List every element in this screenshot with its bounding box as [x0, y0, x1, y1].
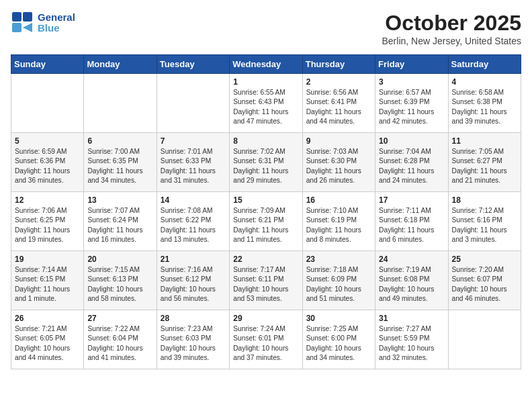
calendar-week-row: 5Sunrise: 6:59 AM Sunset: 6:36 PM Daylig… [11, 133, 521, 192]
cell-detail: Sunrise: 7:05 AM Sunset: 6:27 PM Dayligh… [452, 147, 517, 185]
day-number: 27 [87, 314, 152, 323]
cell-detail: Sunrise: 7:14 AM Sunset: 6:15 PM Dayligh… [15, 265, 80, 304]
calendar-cell: 6Sunrise: 7:00 AM Sunset: 6:35 PM Daylig… [84, 133, 157, 192]
cell-detail: Sunrise: 7:10 AM Sunset: 6:19 PM Dayligh… [306, 206, 371, 244]
cell-detail: Sunrise: 7:12 AM Sunset: 6:16 PM Dayligh… [452, 206, 517, 244]
calendar-cell [448, 310, 521, 369]
calendar-cell [157, 74, 229, 133]
day-number: 11 [452, 136, 517, 146]
cell-detail: Sunrise: 6:58 AM Sunset: 6:38 PM Dayligh… [452, 88, 517, 126]
day-number: 22 [233, 255, 298, 264]
calendar-cell: 26Sunrise: 7:21 AM Sunset: 6:05 PM Dayli… [11, 310, 84, 369]
calendar-cell: 24Sunrise: 7:19 AM Sunset: 6:08 PM Dayli… [375, 251, 448, 310]
cell-detail: Sunrise: 7:08 AM Sunset: 6:22 PM Dayligh… [161, 206, 226, 244]
svg-marker-3 [23, 23, 32, 32]
svg-rect-1 [23, 12, 32, 21]
calendar-subtitle: Berlin, New Jersey, United States [382, 36, 522, 46]
cell-detail: Sunrise: 7:06 AM Sunset: 6:25 PM Dayligh… [15, 206, 80, 244]
calendar-cell: 11Sunrise: 7:05 AM Sunset: 6:27 PM Dayli… [448, 133, 521, 192]
day-number: 4 [452, 77, 517, 87]
cell-detail: Sunrise: 7:24 AM Sunset: 6:01 PM Dayligh… [233, 324, 298, 363]
calendar-cell: 27Sunrise: 7:22 AM Sunset: 6:04 PM Dayli… [84, 310, 157, 369]
cell-detail: Sunrise: 7:15 AM Sunset: 6:13 PM Dayligh… [87, 265, 152, 304]
day-number: 28 [161, 314, 226, 323]
cell-detail: Sunrise: 7:09 AM Sunset: 6:21 PM Dayligh… [233, 206, 298, 244]
calendar-cell: 31Sunrise: 7:27 AM Sunset: 5:59 PM Dayli… [375, 310, 448, 369]
weekday-header-thursday: Thursday [302, 55, 375, 74]
day-number: 23 [306, 255, 371, 264]
cell-detail: Sunrise: 7:03 AM Sunset: 6:30 PM Dayligh… [306, 147, 371, 185]
cell-detail: Sunrise: 7:16 AM Sunset: 6:12 PM Dayligh… [161, 265, 226, 304]
day-number: 15 [233, 195, 298, 205]
day-number: 8 [233, 136, 298, 146]
day-number: 30 [306, 314, 371, 323]
day-number: 3 [379, 77, 444, 87]
cell-detail: Sunrise: 6:55 AM Sunset: 6:43 PM Dayligh… [233, 88, 298, 126]
day-number: 31 [379, 314, 444, 323]
day-number: 13 [87, 195, 152, 205]
day-number: 26 [15, 314, 80, 323]
day-number: 10 [379, 136, 444, 146]
day-number: 5 [15, 136, 80, 146]
day-number: 9 [306, 136, 371, 146]
calendar-week-row: 26Sunrise: 7:21 AM Sunset: 6:05 PM Dayli… [11, 310, 521, 369]
calendar-cell: 13Sunrise: 7:07 AM Sunset: 6:24 PM Dayli… [84, 192, 157, 251]
day-number: 25 [452, 255, 517, 264]
calendar-cell [11, 74, 84, 133]
calendar-cell: 16Sunrise: 7:10 AM Sunset: 6:19 PM Dayli… [302, 192, 375, 251]
calendar-title: October 2025 [382, 11, 522, 36]
calendar-week-row: 1Sunrise: 6:55 AM Sunset: 6:43 PM Daylig… [11, 74, 521, 133]
logo: General Blue [11, 11, 75, 35]
cell-detail: Sunrise: 7:25 AM Sunset: 6:00 PM Dayligh… [306, 324, 371, 363]
calendar-cell: 28Sunrise: 7:23 AM Sunset: 6:03 PM Dayli… [157, 310, 229, 369]
logo-line1: General [38, 12, 75, 24]
svg-rect-2 [12, 23, 21, 32]
cell-detail: Sunrise: 7:20 AM Sunset: 6:07 PM Dayligh… [452, 265, 517, 304]
calendar-cell: 7Sunrise: 7:01 AM Sunset: 6:33 PM Daylig… [157, 133, 229, 192]
calendar-table: SundayMondayTuesdayWednesdayThursdayFrid… [11, 54, 521, 369]
title-area: October 2025 Berlin, New Jersey, United … [382, 11, 522, 46]
calendar-cell: 2Sunrise: 6:56 AM Sunset: 6:41 PM Daylig… [302, 74, 375, 133]
calendar-cell: 5Sunrise: 6:59 AM Sunset: 6:36 PM Daylig… [11, 133, 84, 192]
weekday-header-tuesday: Tuesday [157, 55, 229, 74]
day-number: 24 [379, 255, 444, 264]
calendar-cell: 10Sunrise: 7:04 AM Sunset: 6:28 PM Dayli… [375, 133, 448, 192]
cell-detail: Sunrise: 7:07 AM Sunset: 6:24 PM Dayligh… [87, 206, 152, 244]
day-number: 19 [15, 255, 80, 264]
cell-detail: Sunrise: 7:17 AM Sunset: 6:11 PM Dayligh… [233, 265, 298, 304]
weekday-header-row: SundayMondayTuesdayWednesdayThursdayFrid… [11, 55, 521, 74]
cell-detail: Sunrise: 6:59 AM Sunset: 6:36 PM Dayligh… [15, 147, 80, 185]
calendar-cell: 19Sunrise: 7:14 AM Sunset: 6:15 PM Dayli… [11, 251, 84, 310]
weekday-header-sunday: Sunday [11, 55, 84, 74]
calendar-cell: 12Sunrise: 7:06 AM Sunset: 6:25 PM Dayli… [11, 192, 84, 251]
cell-detail: Sunrise: 7:01 AM Sunset: 6:33 PM Dayligh… [161, 147, 226, 185]
calendar-cell: 25Sunrise: 7:20 AM Sunset: 6:07 PM Dayli… [448, 251, 521, 310]
cell-detail: Sunrise: 7:22 AM Sunset: 6:04 PM Dayligh… [87, 324, 152, 363]
cell-detail: Sunrise: 7:27 AM Sunset: 5:59 PM Dayligh… [379, 324, 444, 363]
calendar-cell: 4Sunrise: 6:58 AM Sunset: 6:38 PM Daylig… [448, 74, 521, 133]
weekday-header-saturday: Saturday [448, 55, 521, 74]
cell-detail: Sunrise: 7:19 AM Sunset: 6:08 PM Dayligh… [379, 265, 444, 304]
day-number: 16 [306, 195, 371, 205]
day-number: 20 [87, 255, 152, 264]
calendar-cell: 15Sunrise: 7:09 AM Sunset: 6:21 PM Dayli… [230, 192, 302, 251]
day-number: 18 [452, 195, 517, 205]
cell-detail: Sunrise: 6:56 AM Sunset: 6:41 PM Dayligh… [306, 88, 371, 126]
calendar-week-row: 19Sunrise: 7:14 AM Sunset: 6:15 PM Dayli… [11, 251, 521, 310]
day-number: 29 [233, 314, 298, 323]
cell-detail: Sunrise: 7:18 AM Sunset: 6:09 PM Dayligh… [306, 265, 371, 304]
day-number: 14 [161, 195, 226, 205]
weekday-header-friday: Friday [375, 55, 448, 74]
day-number: 21 [161, 255, 226, 264]
calendar-cell: 3Sunrise: 6:57 AM Sunset: 6:39 PM Daylig… [375, 74, 448, 133]
day-number: 2 [306, 77, 371, 87]
calendar-cell: 1Sunrise: 6:55 AM Sunset: 6:43 PM Daylig… [230, 74, 302, 133]
day-number: 12 [15, 195, 80, 205]
weekday-header-wednesday: Wednesday [230, 55, 302, 74]
day-number: 6 [87, 136, 152, 146]
logo-icon [11, 11, 35, 35]
calendar-cell: 9Sunrise: 7:03 AM Sunset: 6:30 PM Daylig… [302, 133, 375, 192]
cell-detail: Sunrise: 7:02 AM Sunset: 6:31 PM Dayligh… [233, 147, 298, 185]
calendar-cell: 8Sunrise: 7:02 AM Sunset: 6:31 PM Daylig… [230, 133, 302, 192]
calendar-cell: 29Sunrise: 7:24 AM Sunset: 6:01 PM Dayli… [230, 310, 302, 369]
